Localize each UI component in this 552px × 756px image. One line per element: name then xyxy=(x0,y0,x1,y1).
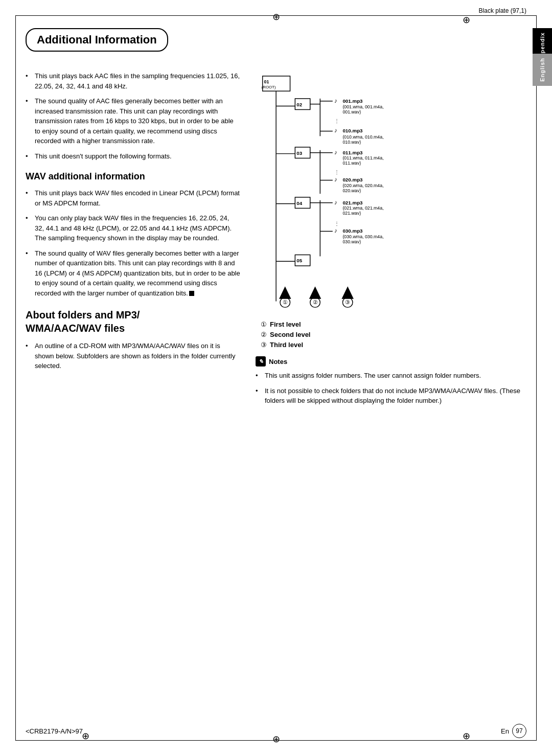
bullet-item-1: This unit plays back AAC files in the sa… xyxy=(26,71,240,91)
svg-text:011.mp3: 011.mp3 xyxy=(342,150,363,155)
svg-text:♪: ♪ xyxy=(334,227,337,234)
footer-code: <CRB2179-A/N>97 xyxy=(26,727,83,735)
bullet-item-3: This unit doesn't support the following … xyxy=(26,151,240,162)
svg-text:05: 05 xyxy=(296,258,302,263)
english-tab: English xyxy=(533,54,552,86)
level-3-label: ③ Third level xyxy=(261,341,524,349)
black-plate-label: Black plate (97,1) xyxy=(479,7,526,14)
svg-text:04: 04 xyxy=(296,200,302,206)
wav-bullet-2: You can only play back WAV files in the … xyxy=(26,213,240,243)
left-column: This unit plays back AAC files in the sa… xyxy=(26,71,240,416)
stop-icon xyxy=(189,291,194,296)
main-title: Additional Information xyxy=(37,33,157,46)
wav-bullet-3: The sound quality of WAV files generally… xyxy=(26,248,240,299)
page-border-right xyxy=(536,15,537,741)
svg-text:001.wav): 001.wav) xyxy=(342,109,361,114)
bullet-item-2: The sound quality of AAC files generally… xyxy=(26,96,240,146)
svg-text:010.mp3: 010.mp3 xyxy=(342,128,363,133)
wav-bullet-list: This unit plays back WAV files encoded i… xyxy=(26,188,240,298)
svg-text:030.wav): 030.wav) xyxy=(342,239,361,244)
footer-en: En xyxy=(501,727,509,735)
svg-text:020.wav): 020.wav) xyxy=(342,188,361,193)
svg-text:(001.wma, 001.m4a,: (001.wma, 001.m4a, xyxy=(342,104,383,109)
page-border-left xyxy=(15,15,16,741)
svg-text:03: 03 xyxy=(296,150,302,156)
svg-text:010.wav): 010.wav) xyxy=(342,140,361,145)
svg-text:01: 01 xyxy=(264,79,269,84)
notes-icon: ✎ xyxy=(256,356,266,366)
footer: <CRB2179-A/N>97 En 97 xyxy=(26,724,526,738)
svg-text:♪: ♪ xyxy=(334,199,337,205)
svg-text:021.mp3: 021.mp3 xyxy=(342,200,363,205)
notes-title: Notes xyxy=(269,358,287,365)
svg-text:♪: ♪ xyxy=(334,149,337,155)
main-bullet-list: This unit plays back AAC files in the sa… xyxy=(26,71,240,161)
note-item-2: It is not possible to check folders that… xyxy=(256,386,524,406)
wav-heading: WAV additional information xyxy=(26,171,240,182)
wav-bullet-1: This unit plays back WAV files encoded i… xyxy=(26,188,240,208)
main-content: Additional Information This unit plays b… xyxy=(26,28,524,730)
folders-heading: About folders and MP3/WMA/AAC/WAV files xyxy=(26,308,240,335)
notes-header: ✎ Notes xyxy=(256,356,524,366)
svg-text:001.mp3: 001.mp3 xyxy=(342,98,363,104)
svg-text:021.wav): 021.wav) xyxy=(342,211,361,216)
notes-list: This unit assigns folder numbers. The us… xyxy=(256,371,524,406)
svg-text:②: ② xyxy=(313,299,318,305)
level-1-label: ① First level xyxy=(261,320,524,328)
third-level-text: Third level xyxy=(270,341,303,349)
svg-text:①: ① xyxy=(283,299,288,305)
note-item-1: This unit assigns folder numbers. The us… xyxy=(256,371,524,381)
crosshair-top-right: ⊕ xyxy=(463,14,470,26)
folders-bullet-1: An outline of a CD-ROM with MP3/WMA/AAC/… xyxy=(26,341,240,371)
two-column-layout: This unit plays back AAC files in the sa… xyxy=(26,71,524,416)
svg-text:⋮: ⋮ xyxy=(334,169,339,175)
level-2-label: ② Second level xyxy=(261,331,524,338)
page-number: 97 xyxy=(516,727,522,735)
right-column: 01 (ROOT) 02 ♪ 001.mp3 (001.wma, 001.m4a… xyxy=(256,71,524,416)
svg-text:020.mp3: 020.mp3 xyxy=(342,177,363,182)
svg-text:(020.wma, 020.m4a,: (020.wma, 020.m4a, xyxy=(342,183,383,188)
svg-text:(030.wma, 030.m4a,: (030.wma, 030.m4a, xyxy=(342,234,383,239)
svg-text:♪: ♪ xyxy=(334,176,337,182)
crosshair-top-center: ⊕ xyxy=(272,11,280,22)
svg-text:♪: ♪ xyxy=(334,127,337,133)
svg-text:(010.wma, 010.m4a,: (010.wma, 010.m4a, xyxy=(342,134,383,140)
svg-text:⋮: ⋮ xyxy=(334,118,339,124)
notes-section: ✎ Notes This unit assigns folder numbers… xyxy=(256,356,524,406)
svg-text:02: 02 xyxy=(296,102,302,107)
folders-bullet-list: An outline of a CD-ROM with MP3/WMA/AAC/… xyxy=(26,341,240,371)
second-level-text: Second level xyxy=(270,331,310,338)
svg-text:(011.wma, 011.m4a,: (011.wma, 011.m4a, xyxy=(342,155,383,161)
svg-text:③: ③ xyxy=(345,299,350,305)
folder-tree-diagram: 01 (ROOT) 02 ♪ 001.mp3 (001.wma, 001.m4a… xyxy=(256,71,450,316)
english-label: English xyxy=(539,58,545,82)
svg-text:030.mp3: 030.mp3 xyxy=(342,228,363,234)
svg-text:⋮: ⋮ xyxy=(334,221,339,226)
svg-text:♪: ♪ xyxy=(334,97,337,104)
svg-text:011.wav): 011.wav) xyxy=(342,161,361,166)
footer-page: En 97 xyxy=(501,724,526,738)
first-level-text: First level xyxy=(270,320,301,328)
svg-text:(021.wma, 021.m4a,: (021.wma, 021.m4a, xyxy=(342,205,383,211)
svg-text:(ROOT): (ROOT) xyxy=(262,85,276,89)
page-number-circle: 97 xyxy=(512,724,526,738)
main-title-box: Additional Information xyxy=(26,28,168,52)
level-labels: ① First level ② Second level ③ Third lev… xyxy=(261,320,524,349)
